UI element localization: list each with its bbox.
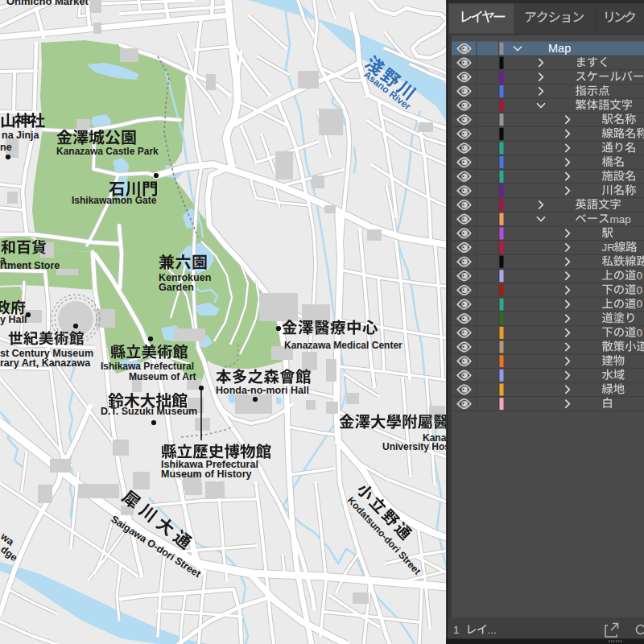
svg-text:Museum of Art: Museum of Art <box>129 371 196 382</box>
svg-text:rtment Store: rtment Store <box>0 260 60 271</box>
svg-text:ne: ne <box>0 142 12 153</box>
svg-text:0: 0 <box>636 284 642 296</box>
svg-text:0: 0 <box>636 270 642 282</box>
svg-text:University Hos: University Hos <box>382 441 448 452</box>
svg-text:map: map <box>609 213 630 225</box>
svg-text:na Jinja: na Jinja <box>2 130 40 141</box>
svg-text:...: ... <box>487 624 496 636</box>
svg-text:rary Art, Kanazawa: rary Art, Kanazawa <box>0 357 91 369</box>
svg-text:Ishikawamon Gate: Ishikawamon Gate <box>72 195 157 206</box>
svg-text:JR: JR <box>602 242 616 254</box>
svg-text:Ohmicho Market: Ohmicho Market <box>6 0 89 7</box>
svg-text:Honda-no-mori Hall: Honda-no-mori Hall <box>216 385 309 396</box>
svg-text:Map: Map <box>548 42 571 55</box>
svg-text:Garden: Garden <box>159 282 194 293</box>
svg-text:0: 0 <box>636 327 642 339</box>
svg-text:Kanazawa Castle Park: Kanazawa Castle Park <box>56 146 159 157</box>
svg-text:Ishikawa Prefectural: Ishikawa Prefectural <box>101 361 194 372</box>
svg-text:0: 0 <box>636 298 642 310</box>
svg-text:y Hall: y Hall <box>0 314 27 325</box>
svg-text:Museum of History: Museum of History <box>161 469 252 480</box>
svg-text:Kanazawa Medical Center: Kanazawa Medical Center <box>284 340 402 351</box>
svg-text:D.T. Suzuki Museum: D.T. Suzuki Museum <box>101 406 197 417</box>
svg-text:1: 1 <box>453 624 460 636</box>
